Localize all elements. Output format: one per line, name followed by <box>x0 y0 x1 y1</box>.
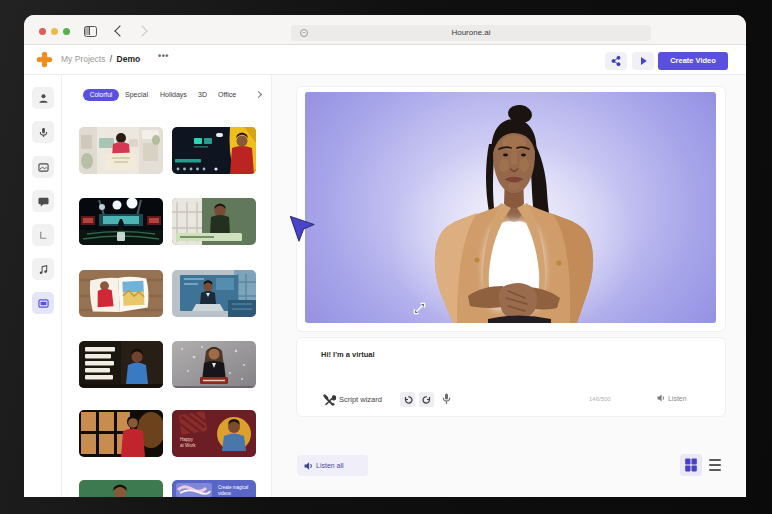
svg-text:Happy: Happy <box>180 437 194 442</box>
svg-text:at Work: at Work <box>180 443 196 448</box>
svg-text:videos: videos <box>218 491 232 496</box>
svg-text:Create magical: Create magical <box>218 485 248 490</box>
